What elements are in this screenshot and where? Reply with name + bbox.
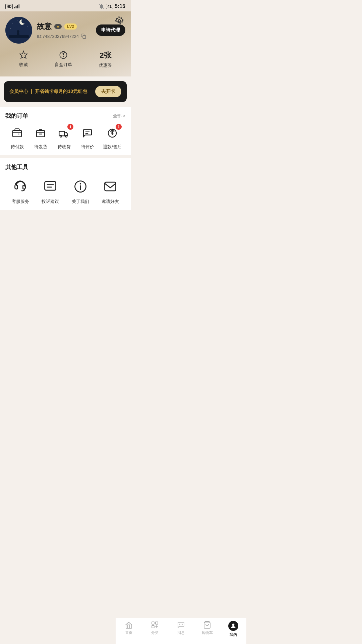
copy-icon[interactable] <box>81 34 86 39</box>
tools-header: 其他工具 <box>5 163 125 171</box>
tools-grid: 客服服务 投诉建议 关于我们 <box>5 176 125 205</box>
hd-label: HD <box>5 4 13 9</box>
invite-icon <box>103 179 118 194</box>
profile-area: 故意 LV2 ID:748730276947224 申请代理 收藏 <box>0 11 131 76</box>
about-label: 关于我们 <box>72 199 89 205</box>
member-banner[interactable]: 会员中心 | 开省钱卡每月的10元红包 去开卡 <box>4 81 127 102</box>
invite-label: 邀请好友 <box>102 199 119 205</box>
svg-point-13 <box>17 20 17 20</box>
settings-icon <box>115 16 124 25</box>
pending-ship-icon-wrap <box>33 125 49 141</box>
member-text: 会员中心 | 开省钱卡每月的10元红包 <box>9 89 87 95</box>
stat-favorites[interactable]: 收藏 <box>19 50 28 68</box>
svg-rect-3 <box>19 4 20 8</box>
feedback-label: 投诉建议 <box>42 199 59 205</box>
tool-about[interactable]: 关于我们 <box>72 178 89 205</box>
svg-rect-34 <box>105 182 116 191</box>
order-refund[interactable]: 1 ¥ 退款/售后 <box>103 125 122 150</box>
svg-point-8 <box>21 19 26 23</box>
svg-point-14 <box>27 26 27 27</box>
status-right: 41 5:15 <box>99 3 125 9</box>
username: 故意 <box>37 21 52 32</box>
info-icon <box>73 179 88 194</box>
svg-rect-28 <box>45 181 56 190</box>
member-title: 会员中心 <box>9 89 28 95</box>
blindbox-icon <box>59 50 68 60</box>
svg-point-10 <box>17 33 19 36</box>
stat-blindbox[interactable]: 盲盒订单 <box>55 50 72 68</box>
battery-label: 41 <box>106 4 113 9</box>
customer-service-label: 客服服务 <box>12 199 29 205</box>
stats-row: 收藏 盲盒订单 2张 优惠券 <box>5 44 125 68</box>
svg-rect-2 <box>17 5 18 8</box>
coupon-count: 2张 <box>100 50 111 60</box>
tool-invite[interactable]: 邀请好友 <box>102 178 119 205</box>
svg-point-33 <box>80 183 81 184</box>
coupon-label: 优惠券 <box>99 62 112 68</box>
order-pending-ship[interactable]: 待发货 <box>33 125 49 150</box>
svg-rect-6 <box>5 17 32 44</box>
refund-icon: ¥ <box>107 128 118 139</box>
invite-icon-wrap <box>102 178 119 195</box>
orders-header: 我的订单 全部 > <box>5 112 125 120</box>
tools-section: 其他工具 客服服务 投诉建议 <box>0 158 131 210</box>
svg-rect-0 <box>14 7 15 8</box>
favorites-label: 收藏 <box>19 62 28 68</box>
svg-point-12 <box>12 23 12 24</box>
about-icon-wrap <box>72 178 89 195</box>
status-time: 5:15 <box>115 3 125 9</box>
username-row: 故意 LV2 <box>37 21 91 32</box>
avatar[interactable] <box>5 17 32 44</box>
signal-icon <box>14 4 19 8</box>
star-icon <box>19 50 28 60</box>
profile-info: 故意 LV2 ID:748730276947224 <box>37 21 91 39</box>
headset-icon-wrap <box>12 178 29 195</box>
pending-receive-icon-wrap: 1 <box>56 125 72 141</box>
box-icon <box>35 128 46 139</box>
vip-badge <box>54 24 62 29</box>
tool-customer-service[interactable]: 客服服务 <box>12 178 29 205</box>
status-bar: HD 41 5:15 <box>0 0 131 11</box>
svg-rect-19 <box>13 130 22 137</box>
tools-title: 其他工具 <box>5 163 28 171</box>
pending-receive-badge: 1 <box>67 124 73 130</box>
bell-icon <box>99 3 105 9</box>
tool-feedback[interactable]: 投诉建议 <box>42 178 59 205</box>
order-pending-payment[interactable]: 待付款 <box>9 125 25 150</box>
comment-icon <box>82 128 93 139</box>
truck-icon <box>59 128 69 139</box>
user-id: ID:748730276947224 <box>37 34 91 39</box>
svg-point-18 <box>63 56 64 57</box>
settings-button[interactable] <box>113 15 125 27</box>
refund-label: 退款/售后 <box>103 144 122 150</box>
pending-payment-icon-wrap <box>9 125 25 141</box>
feedback-icon-wrap <box>42 178 59 195</box>
svg-point-21 <box>60 136 62 137</box>
refund-badge: 1 <box>116 124 122 130</box>
member-desc: 开省钱卡每月的10元红包 <box>35 89 87 95</box>
headset-icon <box>13 179 28 194</box>
level-badge: LV2 <box>64 23 77 30</box>
svg-rect-1 <box>16 6 17 8</box>
svg-rect-20 <box>37 130 45 137</box>
order-pending-receive[interactable]: 1 待收货 <box>56 125 72 150</box>
svg-point-11 <box>17 30 19 33</box>
status-left: HD <box>5 4 19 9</box>
order-pending-review[interactable]: 待评价 <box>79 125 96 150</box>
svg-rect-16 <box>83 36 86 39</box>
blindbox-label: 盲盒订单 <box>55 62 72 68</box>
profile-row: 故意 LV2 ID:748730276947224 申请代理 <box>5 17 125 44</box>
orders-title: 我的订单 <box>5 112 28 120</box>
stat-coupons[interactable]: 2张 优惠券 <box>99 50 112 68</box>
wallet-icon <box>12 128 22 139</box>
feedback-icon <box>43 179 58 194</box>
refund-icon-wrap: 1 ¥ <box>104 125 120 141</box>
order-icons: 待付款 待发货 1 <box>5 125 125 150</box>
open-card-button[interactable]: 去开卡 <box>95 86 121 97</box>
pending-ship-label: 待发货 <box>34 144 47 150</box>
pending-review-label: 待评价 <box>81 144 94 150</box>
orders-more[interactable]: 全部 > <box>113 113 125 119</box>
pending-payment-label: 待付款 <box>11 144 24 150</box>
pending-review-icon-wrap <box>79 125 96 141</box>
orders-section: 我的订单 全部 > 待付款 <box>0 107 131 155</box>
